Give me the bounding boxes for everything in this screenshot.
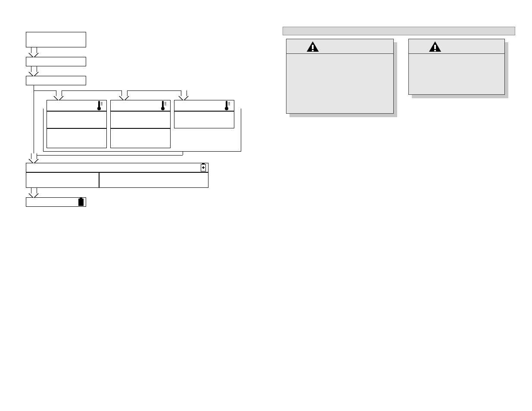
connector-line [34, 85, 34, 159]
warning-panel-2-header [409, 39, 504, 54]
warning-icon [429, 41, 441, 52]
branch-2-row-1 [110, 111, 171, 128]
warning-panel-1-header [286, 39, 393, 54]
warning-panel-1-body [286, 54, 393, 113]
flow-wide-bottom-right [99, 172, 208, 188]
flow-step-2 [26, 57, 86, 66]
branch-1-row-1 [47, 111, 107, 128]
arrow-down-icon [29, 188, 38, 198]
battery-full-icon [78, 197, 84, 206]
flow-wide-bottom-left [26, 172, 99, 188]
arrow-down-icon [29, 47, 38, 58]
thermometer-icon [161, 101, 167, 110]
warning-panel-1 [286, 39, 394, 114]
battery-outline-icon [201, 163, 206, 171]
thermometer-icon [224, 101, 230, 110]
arrow-down-icon [120, 90, 128, 101]
warning-panel-2 [408, 39, 505, 95]
flow-step-3 [26, 76, 86, 85]
arrow-down-icon [29, 153, 38, 164]
connector-line [183, 152, 183, 155]
warning-icon [307, 41, 319, 52]
connector-line [34, 155, 183, 156]
flow-step-1 [26, 32, 86, 47]
section-header-bar [283, 27, 515, 35]
thermometer-icon [97, 101, 103, 110]
flow-final [26, 197, 86, 207]
arrow-down-icon [54, 90, 63, 101]
branch-1-row-2 [47, 128, 107, 148]
flow-wide-top [26, 163, 208, 172]
arrow-down-icon [29, 66, 38, 77]
branch-2-row-2 [110, 128, 171, 148]
branch-3-row-1 [174, 111, 234, 128]
warning-panel-2-body [409, 54, 504, 94]
arrow-down-icon [179, 90, 188, 101]
